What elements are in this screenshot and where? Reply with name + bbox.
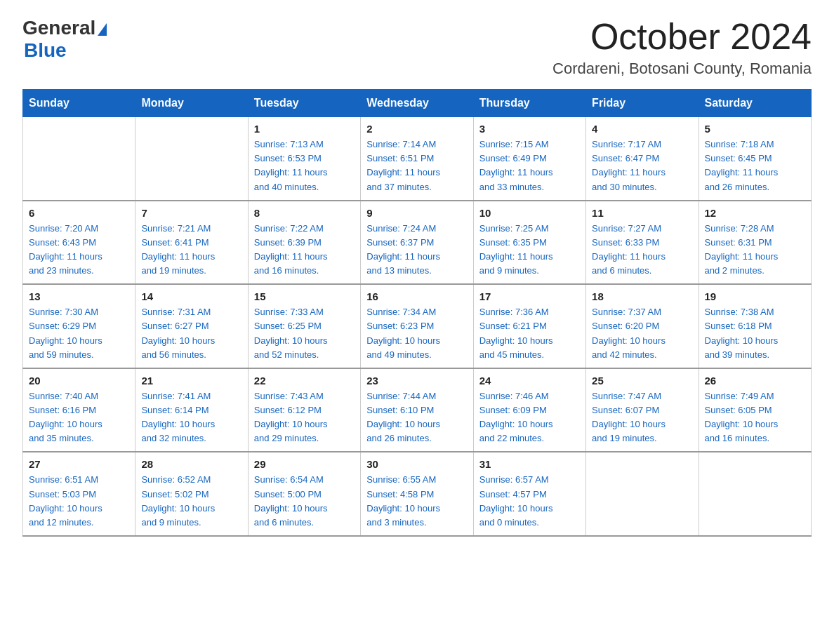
day-number: 2 — [366, 123, 467, 135]
day-number: 4 — [592, 123, 692, 135]
calendar-cell-w3-d4: 16Sunrise: 7:34 AMSunset: 6:23 PMDayligh… — [361, 284, 473, 368]
day-number: 24 — [479, 375, 580, 387]
day-info: Sunrise: 7:15 AMSunset: 6:49 PMDaylight:… — [479, 137, 580, 194]
calendar-week-2: 6Sunrise: 7:20 AMSunset: 6:43 PMDaylight… — [23, 201, 812, 285]
calendar-cell-w1-d1 — [23, 117, 135, 201]
day-number: 31 — [479, 458, 580, 470]
calendar-cell-w1-d4: 2Sunrise: 7:14 AMSunset: 6:51 PMDaylight… — [361, 117, 473, 201]
day-number: 19 — [705, 290, 805, 302]
day-number: 22 — [254, 375, 355, 387]
day-info: Sunrise: 7:22 AMSunset: 6:39 PMDaylight:… — [254, 222, 355, 279]
calendar-cell-w2-d2: 7Sunrise: 7:21 AMSunset: 6:41 PMDaylight… — [135, 201, 248, 285]
calendar-cell-w3-d2: 14Sunrise: 7:31 AMSunset: 6:27 PMDayligh… — [135, 284, 248, 368]
calendar-cell-w2-d5: 10Sunrise: 7:25 AMSunset: 6:35 PMDayligh… — [473, 201, 585, 285]
calendar-cell-w1-d5: 3Sunrise: 7:15 AMSunset: 6:49 PMDaylight… — [473, 117, 585, 201]
calendar-week-5: 27Sunrise: 6:51 AMSunset: 5:03 PMDayligh… — [23, 452, 812, 536]
day-number: 14 — [141, 290, 241, 302]
day-info: Sunrise: 7:20 AMSunset: 6:43 PMDaylight:… — [29, 222, 129, 279]
day-info: Sunrise: 7:37 AMSunset: 6:20 PMDaylight:… — [592, 305, 692, 362]
calendar-cell-w3-d3: 15Sunrise: 7:33 AMSunset: 6:25 PMDayligh… — [248, 284, 360, 368]
day-info: Sunrise: 7:24 AMSunset: 6:37 PMDaylight:… — [366, 222, 467, 279]
page-header: General Blue October 2024 Cordareni, Bot… — [22, 17, 812, 78]
day-number: 29 — [254, 458, 355, 470]
day-info: Sunrise: 7:27 AMSunset: 6:33 PMDaylight:… — [592, 222, 692, 279]
calendar-cell-w3-d1: 13Sunrise: 7:30 AMSunset: 6:29 PMDayligh… — [23, 284, 135, 368]
day-info: Sunrise: 6:57 AMSunset: 4:57 PMDaylight:… — [479, 473, 580, 530]
calendar-cell-w2-d4: 9Sunrise: 7:24 AMSunset: 6:37 PMDaylight… — [361, 201, 473, 285]
day-number: 6 — [29, 207, 129, 219]
day-info: Sunrise: 7:47 AMSunset: 6:07 PMDaylight:… — [592, 389, 692, 446]
day-info: Sunrise: 7:25 AMSunset: 6:35 PMDaylight:… — [479, 222, 580, 279]
day-number: 5 — [705, 123, 805, 135]
header-saturday: Saturday — [699, 90, 811, 117]
day-info: Sunrise: 6:55 AMSunset: 4:58 PMDaylight:… — [366, 473, 467, 530]
day-info: Sunrise: 6:54 AMSunset: 5:00 PMDaylight:… — [254, 473, 355, 530]
calendar-cell-w3-d6: 18Sunrise: 7:37 AMSunset: 6:20 PMDayligh… — [586, 284, 699, 368]
day-info: Sunrise: 7:34 AMSunset: 6:23 PMDaylight:… — [366, 305, 467, 362]
calendar-cell-w2-d6: 11Sunrise: 7:27 AMSunset: 6:33 PMDayligh… — [586, 201, 699, 285]
day-info: Sunrise: 7:38 AMSunset: 6:18 PMDaylight:… — [705, 305, 805, 362]
day-info: Sunrise: 7:36 AMSunset: 6:21 PMDaylight:… — [479, 305, 580, 362]
day-info: Sunrise: 7:43 AMSunset: 6:12 PMDaylight:… — [254, 389, 355, 446]
logo: General Blue — [22, 17, 107, 62]
day-number: 12 — [705, 207, 805, 219]
calendar-cell-w1-d3: 1Sunrise: 7:13 AMSunset: 6:53 PMDaylight… — [248, 117, 360, 201]
day-number: 26 — [705, 375, 805, 387]
calendar-cell-w4-d6: 25Sunrise: 7:47 AMSunset: 6:07 PMDayligh… — [586, 368, 699, 452]
logo-blue-text: Blue — [24, 39, 67, 61]
header-monday: Monday — [135, 90, 248, 117]
day-info: Sunrise: 6:52 AMSunset: 5:02 PMDaylight:… — [141, 473, 241, 530]
day-number: 18 — [592, 290, 692, 302]
day-info: Sunrise: 6:51 AMSunset: 5:03 PMDaylight:… — [29, 473, 129, 530]
day-info: Sunrise: 7:40 AMSunset: 6:16 PMDaylight:… — [29, 389, 129, 446]
day-info: Sunrise: 7:46 AMSunset: 6:09 PMDaylight:… — [479, 389, 580, 446]
calendar-table: SundayMondayTuesdayWednesdayThursdayFrid… — [22, 89, 812, 537]
logo-triangle-icon — [98, 23, 107, 36]
header-friday: Friday — [586, 90, 699, 117]
header-thursday: Thursday — [473, 90, 585, 117]
day-info: Sunrise: 7:49 AMSunset: 6:05 PMDaylight:… — [705, 389, 805, 446]
header-tuesday: Tuesday — [248, 90, 360, 117]
day-number: 7 — [141, 207, 241, 219]
day-info: Sunrise: 7:13 AMSunset: 6:53 PMDaylight:… — [254, 137, 355, 194]
title-block: October 2024 Cordareni, Botosani County,… — [552, 17, 812, 78]
calendar-cell-w2-d3: 8Sunrise: 7:22 AMSunset: 6:39 PMDaylight… — [248, 201, 360, 285]
calendar-cell-w4-d2: 21Sunrise: 7:41 AMSunset: 6:14 PMDayligh… — [135, 368, 248, 452]
day-number: 3 — [479, 123, 580, 135]
day-info: Sunrise: 7:44 AMSunset: 6:10 PMDaylight:… — [366, 389, 467, 446]
calendar-cell-w1-d2 — [135, 117, 248, 201]
calendar-cell-w4-d4: 23Sunrise: 7:44 AMSunset: 6:10 PMDayligh… — [361, 368, 473, 452]
calendar-cell-w2-d1: 6Sunrise: 7:20 AMSunset: 6:43 PMDaylight… — [23, 201, 135, 285]
calendar-header: SundayMondayTuesdayWednesdayThursdayFrid… — [23, 90, 812, 117]
calendar-cell-w4-d7: 26Sunrise: 7:49 AMSunset: 6:05 PMDayligh… — [699, 368, 811, 452]
calendar-header-row: SundayMondayTuesdayWednesdayThursdayFrid… — [23, 90, 812, 117]
calendar-cell-w2-d7: 12Sunrise: 7:28 AMSunset: 6:31 PMDayligh… — [699, 201, 811, 285]
day-number: 17 — [479, 290, 580, 302]
calendar-cell-w3-d7: 19Sunrise: 7:38 AMSunset: 6:18 PMDayligh… — [699, 284, 811, 368]
day-number: 27 — [29, 458, 129, 470]
day-number: 20 — [29, 375, 129, 387]
calendar-cell-w5-d6 — [586, 452, 699, 536]
header-wednesday: Wednesday — [361, 90, 473, 117]
day-info: Sunrise: 7:41 AMSunset: 6:14 PMDaylight:… — [141, 389, 241, 446]
day-number: 10 — [479, 207, 580, 219]
calendar-cell-w5-d7 — [699, 452, 811, 536]
day-number: 15 — [254, 290, 355, 302]
day-number: 13 — [29, 290, 129, 302]
day-number: 9 — [366, 207, 467, 219]
day-number: 11 — [592, 207, 692, 219]
calendar-cell-w5-d1: 27Sunrise: 6:51 AMSunset: 5:03 PMDayligh… — [23, 452, 135, 536]
day-number: 21 — [141, 375, 241, 387]
day-info: Sunrise: 7:30 AMSunset: 6:29 PMDaylight:… — [29, 305, 129, 362]
day-info: Sunrise: 7:31 AMSunset: 6:27 PMDaylight:… — [141, 305, 241, 362]
logo-row: General — [22, 17, 107, 39]
day-info: Sunrise: 7:21 AMSunset: 6:41 PMDaylight:… — [141, 222, 241, 279]
day-info: Sunrise: 7:18 AMSunset: 6:45 PMDaylight:… — [705, 137, 805, 194]
calendar-week-4: 20Sunrise: 7:40 AMSunset: 6:16 PMDayligh… — [23, 368, 812, 452]
calendar-cell-w4-d5: 24Sunrise: 7:46 AMSunset: 6:09 PMDayligh… — [473, 368, 585, 452]
calendar-cell-w4-d1: 20Sunrise: 7:40 AMSunset: 6:16 PMDayligh… — [23, 368, 135, 452]
calendar-body: 1Sunrise: 7:13 AMSunset: 6:53 PMDaylight… — [23, 117, 812, 536]
calendar-week-3: 13Sunrise: 7:30 AMSunset: 6:29 PMDayligh… — [23, 284, 812, 368]
day-info: Sunrise: 7:33 AMSunset: 6:25 PMDaylight:… — [254, 305, 355, 362]
day-number: 23 — [366, 375, 467, 387]
